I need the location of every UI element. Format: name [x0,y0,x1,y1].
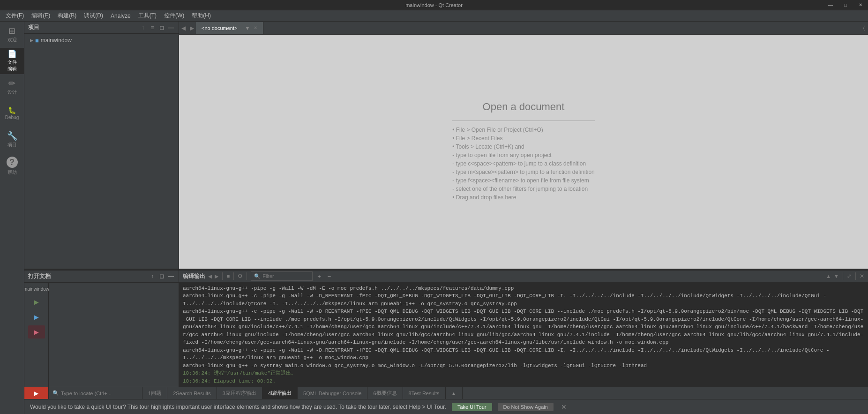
compiler-header-divider2 [233,272,234,280]
tree-expand-arrow: ▶ [30,38,33,43]
hint-line-3: • Tools > Locate (Ctrl+K) and [452,143,595,150]
output-line-5: aarch64-linux-gnu-g++ -o systray main.o … [183,362,864,370]
sidebar-item-projects[interactable]: 🔧 项目 [0,127,24,153]
split-editor-btn[interactable]: ⟨ [860,25,868,31]
sidebar-welcome-label: 欢迎 [7,37,17,43]
bottom-tab-issues[interactable]: 1 问题 [142,387,167,399]
output-line-4: aarch64-linux-gnu-g++ -c -pipe -g -Wall … [183,346,864,362]
run-play-btn[interactable]: ▶ [28,295,45,309]
sidebar: ⊞ 欢迎 📄 文件编辑 ✏ 设计 🐛 Debug 🔧 项目 ? 帮助 [0,22,24,414]
project-name: mainwindow [41,37,72,44]
open-document-hint: Open a document • File > Open File or Pr… [452,101,595,203]
compiler-panel: 编译输出◀ ▶ ■ ⚙ 🔍 + − ▲ [179,271,868,387]
bottom-tabs-bar: 1 问题 2 Search Results 3 应用程序输出 4 编译输出 5 … [142,387,868,399]
bottom-tab-summary[interactable]: 6 概要信息 [367,387,403,399]
run-stop-btn[interactable]: ▶ [28,325,45,339]
open-docs-title: 打开文档 [28,272,51,280]
project-icon: ■ [35,37,39,44]
editor-main: ◀ ▶ <no document> ▼ ✕ ⟨ Open a document … [179,22,868,269]
left-bottom-area: 打开文档 ↑ ◻ — mainwindow ▶ ▶ [24,271,179,387]
open-docs-collapse-btn[interactable]: — [167,272,175,280]
hint-line-4: - type to open file from any open projec… [452,152,595,158]
file-tree-item-mainwindow[interactable]: ▶ ■ mainwindow [24,36,179,45]
menu-debug[interactable]: 调试(D) [80,11,107,21]
do-not-show-again-btn[interactable]: Do Not Show Again [498,403,554,411]
sidebar-help-label: 帮助 [7,169,17,176]
output-line-3: aarch64-linux-gnu-g++ -c -pipe -g -Wall … [183,308,864,346]
open-docs-actions: ↑ ◻ — [149,272,175,280]
open-docs-sync-btn[interactable]: ↑ [149,272,156,280]
menu-bar: 文件(F) 编辑(E) 构建(B) 调试(D) Analyze 工具(T) 控件… [0,10,868,22]
file-panel-filter-btn[interactable]: ≡ [149,24,156,31]
close-button[interactable]: ✕ [853,0,868,10]
compiler-scroll-down-btn[interactable]: ▼ [834,273,839,279]
file-tree: ▶ ■ mainwindow [24,34,179,269]
sidebar-item-design[interactable]: ✏ 设计 [0,74,24,100]
tab-close-btn[interactable]: ✕ [254,25,257,30]
sidebar-item-help[interactable]: ? 帮助 [0,153,24,179]
run-debug-btn[interactable]: ▶ [28,310,45,324]
compiler-output: aarch64-linux-gnu-g++ -pipe -g -Wall -W … [179,283,868,387]
menu-file[interactable]: 文件(F) [2,11,28,21]
files-icon: 📄 [7,50,17,58]
file-panel-collapse-btn[interactable]: — [167,24,175,31]
editor-area: 项目 ↑ ≡ ◻ — ▶ ■ mainwindow [24,22,868,269]
maximize-button[interactable]: □ [838,0,853,10]
compiler-stop-icon[interactable]: ■ [226,273,230,279]
editor-nav-prev[interactable]: ◀ [179,22,187,34]
menu-analyze[interactable]: Analyze [107,11,135,21]
file-panel-layout-btn[interactable]: ◻ [158,24,165,31]
add-filter-btn[interactable]: + [315,273,323,280]
open-docs-layout-btn[interactable]: ◻ [158,272,165,280]
sidebar-item-welcome[interactable]: ⊞ 欢迎 [0,22,24,48]
welcome-icon: ⊞ [8,27,15,35]
editor-nav-next[interactable]: ▶ [187,22,196,34]
hint-line-2: • File > Recent Files [452,135,595,142]
hint-line-1: • File > Open File or Project (Ctrl+O) [452,127,595,133]
compiler-nav-prev[interactable]: ◀ [208,273,212,279]
hint-line-6: - type m<space><pattern> to jump to a fu… [452,169,595,175]
bottom-tab-qml-debugger[interactable]: 5 QML Debugger Console [298,387,367,399]
filter-input[interactable] [262,273,309,279]
editor-tab-no-document[interactable]: <no document> ▼ ✕ [196,22,263,34]
locate-btn[interactable]: ▶ [24,387,49,399]
compiler-close-btn[interactable]: ✕ [860,273,864,279]
compiler-scroll-up-btn[interactable]: ▲ [826,273,831,279]
design-icon: ✏ [8,79,15,88]
sidebar-item-files[interactable]: 📄 文件编辑 [0,48,24,74]
menu-edit[interactable]: 编辑(E) [28,11,54,21]
take-ui-tour-btn[interactable]: Take UI Tour [452,403,492,411]
sidebar-projects-label: 项目 [7,142,17,148]
run-buttons-panel: mainwindow ▶ ▶ ▶ [24,283,49,387]
bottom-tab-app-output[interactable]: 3 应用程序输出 [217,387,262,399]
bottom-tab-compiler[interactable]: 4 编译输出 [262,387,298,399]
project-label: mainwindow [24,286,49,292]
bottom-tab-test[interactable]: 8 Test Results [403,387,446,399]
compiler-header-divider [222,272,223,280]
compiler-nav-next[interactable]: ▶ [215,273,218,279]
bottom-tab-search[interactable]: 2 Search Results [167,387,217,399]
tab-label: <no document> [202,25,237,31]
editor-tab-bar: ◀ ▶ <no document> ▼ ✕ ⟨ [179,22,868,35]
bottom-status-bar: ▶ 🔍 Type to locate (Ctrl+... 1 问题 2 Sear… [24,387,868,399]
file-panel: 项目 ↑ ≡ ◻ — ▶ ■ mainwindow [24,22,179,269]
sidebar-files-label: 文件编辑 [7,59,17,72]
output-line-7: 10:36:24: Elapsed time: 00:02. [183,377,864,385]
menu-build[interactable]: 构建(B) [54,11,80,21]
menu-widgets[interactable]: 控件(W) [160,11,188,21]
minimize-button[interactable]: — [823,0,838,10]
minus-filter-btn[interactable]: − [326,273,333,280]
notification-close-btn[interactable]: ✕ [559,403,569,411]
hint-line-7: - type f<space><filename> to open file f… [452,177,595,184]
hint-line-9: • Drag and drop files here [452,194,595,201]
bottom-tab-expand[interactable]: ▲ [446,387,463,399]
compiler-settings-icon[interactable]: ⚙ [238,273,243,279]
notification-bar: Would you like to take a quick UI tour? … [24,399,868,414]
menu-tools[interactable]: 工具(T) [135,11,160,21]
bottom-panels: 打开文档 ↑ ◻ — mainwindow ▶ ▶ [24,271,868,387]
file-panel-sync-btn[interactable]: ↑ [139,24,147,31]
compiler-expand-btn[interactable]: ⤢ [847,273,852,279]
menu-help[interactable]: 帮助(H) [188,11,215,21]
compiler-header: 编译输出◀ ▶ ■ ⚙ 🔍 + − ▲ [179,271,868,283]
sidebar-item-debug[interactable]: 🐛 Debug [0,100,24,127]
